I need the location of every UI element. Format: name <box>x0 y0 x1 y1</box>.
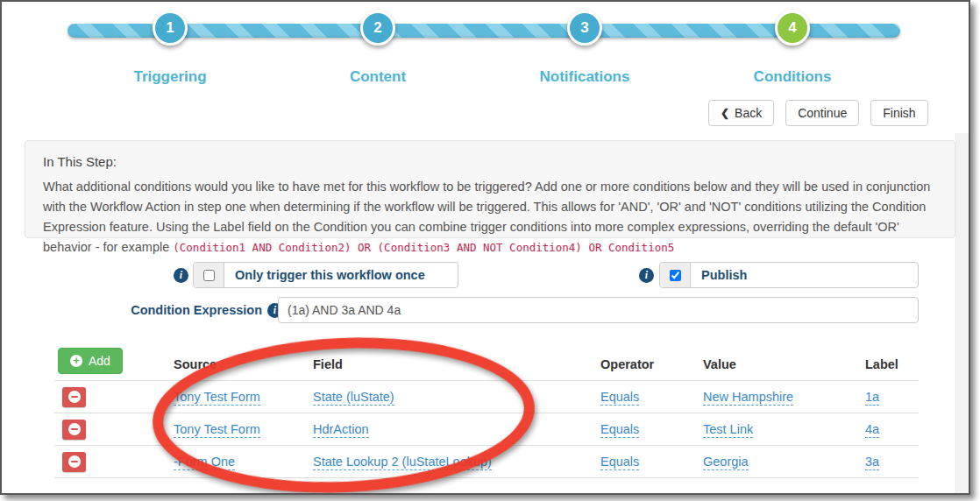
step-circle-conditions[interactable]: 4 <box>775 11 810 46</box>
conditions-table: Source Field Operator Value Label Tony T… <box>54 348 919 478</box>
header-field: Field <box>313 357 600 371</box>
wizard-actions: ❮ Back Continue Finish <box>708 100 928 126</box>
add-condition-button[interactable]: Add <box>58 348 123 374</box>
wizard-window: 1 2 3 4 Triggering Content Notifications… <box>0 0 970 495</box>
source-link[interactable]: Tony Test Form <box>174 422 260 438</box>
minus-circle-icon <box>68 423 81 435</box>
value-link[interactable]: Test Link <box>703 422 753 438</box>
source-link[interactable]: -Form One <box>174 455 235 470</box>
operator-link[interactable]: Equals <box>600 455 639 470</box>
publish-group: Publish <box>659 262 919 288</box>
condition-expression-label: Condition Expression <box>37 303 262 317</box>
step-label-notifications: Notifications <box>497 68 672 86</box>
in-this-step-panel: In This Step: What additional conditions… <box>25 140 955 238</box>
value-link[interactable]: New Hampshire <box>703 390 793 406</box>
info-icon[interactable] <box>174 268 188 283</box>
step-circle-content[interactable]: 2 <box>360 11 395 46</box>
delete-condition-button[interactable] <box>62 387 86 407</box>
delete-condition-button[interactable] <box>62 420 86 440</box>
minus-circle-icon <box>68 455 81 468</box>
back-button-label: Back <box>735 106 762 120</box>
label-link[interactable]: 4a <box>865 422 879 438</box>
label-link[interactable]: 1a <box>865 390 879 406</box>
condition-expression-example: (Condition1 AND Condition2) OR (Conditio… <box>173 241 674 254</box>
table-row: -Form One State Lookup 2 (luStateLookup)… <box>54 446 919 478</box>
table-row: Tony Test Form HdrAction Equals Test Lin… <box>54 413 919 446</box>
delete-condition-button[interactable] <box>62 452 86 472</box>
header-source: Source <box>174 357 313 371</box>
label-link[interactable]: 3a <box>865 455 879 470</box>
header-label: Label <box>865 357 919 371</box>
trigger-once-group: Only trigger this workflow once <box>193 262 458 288</box>
scrollbar-track[interactable] <box>955 133 969 493</box>
step-label-conditions: Conditions <box>705 68 880 86</box>
continue-button[interactable]: Continue <box>785 100 859 126</box>
operator-link[interactable]: Equals <box>600 422 639 438</box>
operator-link[interactable]: Equals <box>600 390 639 406</box>
trigger-once-checkbox[interactable] <box>203 270 215 281</box>
table-header-row: Source Field Operator Value Label <box>54 348 919 381</box>
chevron-left-icon: ❮ <box>721 107 729 119</box>
header-value: Value <box>703 357 865 371</box>
publish-checkbox[interactable] <box>670 270 681 281</box>
header-operator: Operator <box>600 357 703 371</box>
info-icon[interactable] <box>639 268 654 283</box>
step-label-content: Content <box>290 68 465 86</box>
add-button-label: Add <box>89 354 110 368</box>
panel-description: What additional conditions would you lik… <box>43 177 937 258</box>
minus-circle-icon <box>68 391 81 403</box>
field-link[interactable]: State (luState) <box>313 390 394 406</box>
trigger-once-label: Only trigger this workflow once <box>224 263 425 287</box>
panel-title: In This Step: <box>43 154 937 169</box>
step-circle-triggering[interactable]: 1 <box>153 11 188 46</box>
field-link[interactable]: State Lookup 2 (luStateLookup) <box>313 455 492 470</box>
table-row: Tony Test Form State (luState) Equals Ne… <box>54 381 919 413</box>
step-circle-notifications[interactable]: 3 <box>567 11 602 46</box>
finish-button[interactable]: Finish <box>870 100 927 126</box>
plus-circle-icon <box>70 355 82 367</box>
step-label-triggering: Triggering <box>82 68 258 86</box>
field-link[interactable]: HdrAction <box>313 422 369 438</box>
source-link[interactable]: Tony Test Form <box>174 390 260 406</box>
condition-expression-input[interactable] <box>278 297 919 323</box>
trigger-once-addon <box>194 263 224 287</box>
publish-label: Publish <box>691 263 747 287</box>
value-link[interactable]: Georgia <box>703 455 749 470</box>
back-button[interactable]: ❮ Back <box>708 100 774 126</box>
publish-addon <box>660 263 691 287</box>
